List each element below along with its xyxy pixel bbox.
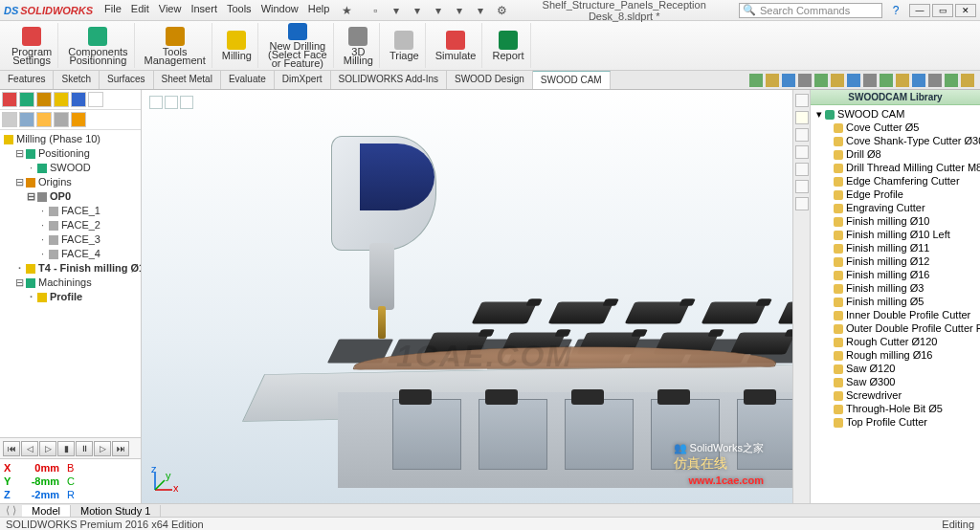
lib-item[interactable]: Drill Ø8: [816, 147, 978, 161]
view-tool-icon[interactable]: [945, 74, 958, 87]
tab-display-icon[interactable]: [71, 92, 86, 107]
tree-node[interactable]: ·FACE_4: [4, 247, 139, 261]
settings-gear-icon[interactable]: ⚙: [494, 3, 509, 18]
tree-node[interactable]: ·T4 - Finish milling Ø16: [4, 261, 139, 276]
tree-node[interactable]: ⊟Positioning: [4, 146, 139, 161]
lib-item[interactable]: Edge Chamfering Cutter: [816, 174, 978, 188]
menu-help[interactable]: Help: [308, 3, 330, 18]
view-tool-icon[interactable]: [863, 74, 877, 87]
tab-sheet-metal[interactable]: Sheet Metal: [154, 71, 221, 89]
tab-dim-icon[interactable]: [54, 92, 69, 107]
menu-file[interactable]: File: [104, 3, 122, 18]
ribbon-tools[interactable]: Tools Management: [139, 23, 212, 68]
ribbon-new-drilling[interactable]: New Drilling (Select Face or Feature): [262, 23, 334, 68]
view-tool-icon[interactable]: [847, 74, 860, 87]
lib-item[interactable]: Drill Thread Milling Cutter M8 1.5D: [816, 161, 978, 174]
tab-cam3-icon[interactable]: [36, 112, 52, 127]
tab-features[interactable]: Features: [0, 71, 54, 89]
view-tool-icon[interactable]: [766, 74, 779, 87]
lib-item[interactable]: Top Profile Cutter: [816, 415, 978, 429]
print-icon[interactable]: ▾: [431, 3, 446, 18]
tree-node[interactable]: ·FACE_2: [4, 218, 139, 232]
lib-item[interactable]: Saw Ø120: [816, 362, 978, 375]
pb-prev-button[interactable]: ◁: [21, 441, 38, 456]
menu-edit[interactable]: Edit: [131, 3, 149, 18]
taskpane-extra-icon[interactable]: [795, 197, 809, 210]
tree-node[interactable]: ·FACE_1: [4, 204, 139, 218]
tab-property-icon[interactable]: [19, 92, 34, 107]
tree-node[interactable]: ⊟Machinings: [4, 276, 139, 290]
menu-view[interactable]: View: [159, 3, 182, 18]
lib-item[interactable]: Finish milling Ø12: [816, 254, 978, 268]
help-icon[interactable]: ?: [888, 3, 903, 18]
ribbon-report[interactable]: Report: [486, 23, 530, 68]
view-tool-icon[interactable]: [912, 74, 925, 87]
lib-item[interactable]: Screwdriver: [816, 388, 978, 402]
pb-last-button[interactable]: ⏭: [112, 441, 129, 456]
tree-node[interactable]: ·Profile: [4, 290, 139, 304]
ribbon-program[interactable]: Program Settings: [6, 23, 58, 68]
view-tool-icon[interactable]: [896, 74, 909, 87]
ribbon-simulate[interactable]: Simulate: [430, 23, 483, 68]
feature-tree[interactable]: Milling (Phase 10)⊟Positioning·SWOOD⊟Ori…: [0, 130, 141, 306]
view-tool-icon[interactable]: [749, 74, 763, 87]
ribbon-milling[interactable]: Milling: [216, 23, 258, 68]
lib-item[interactable]: Finish milling Ø3: [816, 281, 978, 295]
tab-feature-icon[interactable]: [2, 92, 17, 107]
lib-item[interactable]: Finish milling Ø5: [816, 295, 978, 308]
view-tool-icon[interactable]: [798, 74, 812, 87]
tab-surfaces[interactable]: Surfaces: [100, 71, 153, 89]
menu-tools[interactable]: Tools: [227, 3, 252, 18]
taskpane-forum-icon[interactable]: [795, 180, 809, 193]
view-tool-icon[interactable]: [814, 74, 828, 87]
tab-cam5-icon[interactable]: [71, 112, 86, 127]
menu-search-icon[interactable]: ★: [339, 3, 354, 18]
tab-evaluate[interactable]: Evaluate: [221, 71, 275, 89]
tree-node[interactable]: ·SWOOD: [4, 161, 139, 175]
lib-item[interactable]: Finish milling Ø16: [816, 268, 978, 281]
lib-item[interactable]: Edge Profile: [816, 188, 978, 201]
pb-stop-button[interactable]: ▮: [57, 441, 75, 456]
lib-item[interactable]: Finish milling Ø10: [816, 214, 978, 228]
menu-window[interactable]: Window: [261, 3, 299, 18]
search-commands-input[interactable]: 🔍Search Commands: [739, 3, 882, 18]
tab-model[interactable]: Model: [22, 505, 71, 517]
taskpane-view-icon[interactable]: [795, 128, 809, 142]
ribbon-components[interactable]: Components Positionning: [62, 23, 134, 68]
tab-solidworks-add-ins[interactable]: SOLIDWORKS Add-Ins: [331, 71, 447, 89]
pb-next-button[interactable]: ▷: [94, 441, 111, 456]
close-button[interactable]: ✕: [955, 4, 976, 17]
lib-item[interactable]: Finish milling Ø11: [816, 241, 978, 254]
lib-item[interactable]: Engraving Cutter: [816, 201, 978, 214]
view-tool-icon[interactable]: [961, 74, 974, 87]
lib-item[interactable]: Cove Cutter Ø5: [816, 121, 978, 134]
options-icon[interactable]: ▾: [473, 3, 488, 18]
tab-cam1-icon[interactable]: [2, 112, 17, 127]
tree-root[interactable]: Milling (Phase 10): [4, 132, 139, 146]
lib-item[interactable]: Rough Cutter Ø120: [816, 335, 978, 348]
library-tree[interactable]: ▾ SWOOD CAMCove Cutter Ø5Cove Shank-Type…: [811, 105, 980, 431]
tab-cam2-icon[interactable]: [19, 112, 34, 127]
tab-cam4-icon[interactable]: [54, 112, 69, 127]
taskpane-lib-icon[interactable]: [795, 111, 809, 124]
lib-item[interactable]: Cove Shank-Type Cutter Ø30: [816, 134, 978, 147]
taskpane-home-icon[interactable]: [795, 94, 809, 107]
tab-sketch[interactable]: Sketch: [54, 71, 100, 89]
lib-item[interactable]: Rough milling Ø16: [816, 348, 978, 362]
tree-node[interactable]: ⊟Origins: [4, 175, 139, 189]
pb-first-button[interactable]: ⏮: [3, 441, 20, 456]
lib-item[interactable]: Through-Hole Bit Ø5: [816, 402, 978, 415]
open-icon[interactable]: ▾: [389, 3, 404, 18]
lib-root[interactable]: ▾ SWOOD CAM: [816, 107, 978, 121]
ribbon-3d[interactable]: 3D Milling: [338, 23, 380, 68]
tab-dimxpert[interactable]: DimXpert: [275, 71, 331, 89]
view-tool-icon[interactable]: [831, 74, 844, 87]
ribbon-triage[interactable]: Triage: [384, 23, 426, 68]
tab-swood-cam[interactable]: SWOOD CAM: [533, 71, 611, 89]
restore-button[interactable]: ▭: [932, 4, 953, 17]
rebuild-icon[interactable]: ▾: [452, 3, 467, 18]
view-tool-icon[interactable]: [880, 74, 893, 87]
tab-swood-design[interactable]: SWOOD Design: [447, 71, 533, 89]
taskpane-custom-icon[interactable]: [795, 163, 809, 176]
menu-insert[interactable]: Insert: [190, 3, 217, 18]
